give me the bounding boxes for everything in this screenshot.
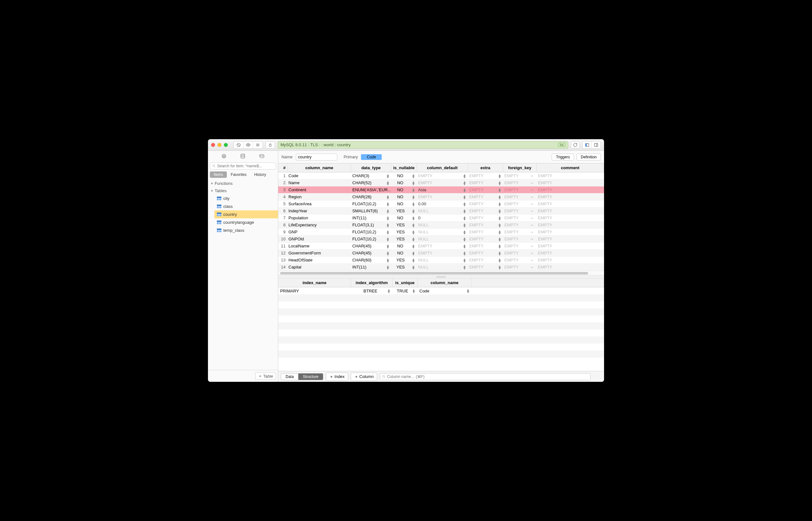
plug-icon[interactable] [221, 153, 227, 160]
stepper-icon[interactable]: ▴▾ [467, 289, 470, 293]
triggers-button[interactable]: Triggers [552, 154, 574, 161]
sidebar-search-input[interactable] [217, 164, 274, 168]
column-row[interactable]: 2NameCHAR(52)▴▾NO▴▾EMPTY▴▾EMPTY▴▾EMPTY→E… [278, 179, 604, 186]
col-header-default[interactable]: column_default [417, 163, 468, 172]
stepper-icon[interactable]: ▴▾ [499, 237, 502, 241]
add-index-button[interactable]: ＋Index [326, 372, 348, 381]
idx-header-name[interactable]: index_name [278, 278, 351, 287]
stepper-icon[interactable]: ▴▾ [387, 265, 390, 269]
stepper-icon[interactable]: ▴▾ [388, 289, 391, 293]
stepper-icon[interactable]: ▴▾ [499, 216, 502, 220]
right-panel-icon[interactable] [592, 141, 600, 149]
column-row[interactable]: 9GNPFLOAT(10,2)▴▾YES▴▾NULL▴▾EMPTY▴▾EMPTY… [278, 229, 604, 235]
stepper-icon[interactable]: ▴▾ [387, 202, 390, 206]
add-column-button[interactable]: ＋Column [351, 372, 377, 381]
stepper-icon[interactable]: ▴▾ [499, 251, 502, 255]
stepper-icon[interactable]: ▴▾ [463, 216, 466, 220]
stepper-icon[interactable]: ▴▾ [463, 181, 466, 185]
column-row[interactable]: 10GNPOldFLOAT(10,2)▴▾YES▴▾NULL▴▾EMPTY▴▾E… [278, 235, 604, 243]
list-icon[interactable] [253, 141, 263, 149]
stepper-icon[interactable]: ▴▾ [412, 223, 415, 227]
col-header-extra[interactable]: extra [468, 163, 503, 172]
stepper-icon[interactable]: ▴▾ [463, 202, 466, 206]
sql-icon[interactable]: SQL [259, 153, 265, 160]
stepper-icon[interactable]: ▴▾ [387, 244, 390, 248]
database-icon[interactable] [240, 153, 246, 160]
stepper-icon[interactable]: ▴▾ [499, 265, 502, 269]
stepper-icon[interactable]: ▴▾ [387, 237, 390, 241]
col-header-type[interactable]: data_type [351, 163, 391, 172]
stepper-icon[interactable]: ▴▾ [412, 216, 415, 220]
stepper-icon[interactable]: ▴▾ [499, 174, 502, 178]
idx-header-col[interactable]: column_name [417, 278, 472, 287]
stepper-icon[interactable]: ▴▾ [463, 237, 466, 241]
stepper-icon[interactable]: ▴▾ [387, 195, 390, 199]
stepper-icon[interactable]: ▴▾ [412, 265, 415, 269]
minimize-window[interactable] [218, 143, 221, 147]
sidebar-table-temp_class[interactable]: temp_class [214, 226, 278, 234]
col-header-null[interactable]: is_nullable [391, 163, 417, 172]
stepper-icon[interactable]: ▴▾ [387, 230, 390, 234]
close-window[interactable] [211, 143, 215, 147]
horizontal-scrollbar[interactable] [278, 271, 604, 275]
column-row[interactable]: 13HeadOfStateCHAR(60)▴▾YES▴▾NULL▴▾EMPTY▴… [278, 257, 604, 264]
primary-key-chip[interactable]: Code [361, 154, 382, 160]
column-row[interactable]: 3ContinentENUM('ASIA','EUR…▴▾NO▴▾Asia▴▾E… [278, 186, 604, 194]
stepper-icon[interactable]: ▴▾ [387, 258, 390, 263]
column-row[interactable]: 7PopulationINT(11)▴▾NO▴▾0▴▾EMPTY▴▾EMPTY→… [278, 214, 604, 222]
stepper-icon[interactable]: ▴▾ [387, 223, 390, 227]
tab-history[interactable]: History [250, 172, 270, 178]
stepper-icon[interactable]: ▴▾ [463, 195, 466, 199]
stepper-icon[interactable]: ▴▾ [412, 237, 415, 241]
column-search[interactable] [380, 373, 591, 380]
idx-header-unique[interactable]: is_unique [393, 278, 417, 287]
stepper-icon[interactable]: ▴▾ [463, 265, 466, 269]
stepper-icon[interactable]: ▴▾ [499, 195, 502, 199]
column-row[interactable]: 1CodeCHAR(3)▴▾NO▴▾EMPTY▴▾EMPTY▴▾EMPTY→EM… [278, 173, 604, 179]
col-header-idx[interactable]: # [278, 163, 288, 172]
stepper-icon[interactable]: ▴▾ [499, 230, 502, 234]
stepper-icon[interactable]: ▴▾ [412, 188, 415, 192]
stepper-icon[interactable]: ▴▾ [412, 244, 415, 248]
stepper-icon[interactable]: ▴▾ [387, 251, 390, 255]
section-functions[interactable]: ▼Functions [208, 180, 278, 187]
column-row[interactable]: 12GovernmentFormCHAR(45)▴▾NO▴▾EMPTY▴▾EMP… [278, 250, 604, 257]
col-header-comment[interactable]: comment [536, 163, 604, 172]
column-row[interactable]: 4RegionCHAR(26)▴▾NO▴▾EMPTY▴▾EMPTY▴▾EMPTY… [278, 194, 604, 201]
definition-button[interactable]: Definition [576, 154, 601, 161]
column-search-input[interactable] [387, 375, 588, 379]
tab-items[interactable]: Items [210, 172, 227, 178]
stepper-icon[interactable]: ▴▾ [412, 195, 415, 199]
zoom-window[interactable] [224, 143, 228, 147]
stepper-icon[interactable]: ▴▾ [463, 251, 466, 255]
col-header-name[interactable]: column_name [288, 163, 351, 172]
stepper-icon[interactable]: ▴▾ [387, 181, 390, 185]
stepper-icon[interactable]: ▴▾ [412, 258, 415, 263]
lock-icon[interactable] [265, 141, 275, 149]
column-row[interactable]: 8LifeExpectancyFLOAT(3,1)▴▾YES▴▾NULL▴▾EM… [278, 222, 604, 229]
stop-icon[interactable] [234, 141, 243, 149]
stepper-icon[interactable]: ▴▾ [413, 289, 416, 293]
idx-header-alg[interactable]: index_algorithm [351, 278, 393, 287]
stepper-icon[interactable]: ▴▾ [463, 230, 466, 234]
stepper-icon[interactable]: ▴▾ [412, 251, 415, 255]
stepper-icon[interactable]: ▴▾ [387, 209, 390, 213]
stepper-icon[interactable]: ▴▾ [463, 209, 466, 213]
stepper-icon[interactable]: ▴▾ [499, 202, 502, 206]
section-tables[interactable]: ▼Tables [208, 187, 278, 195]
splitter[interactable] [278, 275, 604, 278]
index-row[interactable]: PRIMARYBTREE▴▾TRUE▴▾Code▴▾ [278, 287, 604, 294]
stepper-icon[interactable]: ▴▾ [412, 181, 415, 185]
stepper-icon[interactable]: ▴▾ [387, 174, 390, 178]
structure-tab[interactable]: Structure [298, 373, 323, 380]
sidebar-search[interactable] [210, 162, 276, 169]
add-table-button[interactable]: ＋Table [255, 372, 276, 380]
stepper-icon[interactable]: ▴▾ [387, 216, 390, 220]
stepper-icon[interactable]: ▴▾ [499, 181, 502, 185]
column-row[interactable]: 11LocalNameCHAR(45)▴▾NO▴▾EMPTY▴▾EMPTY▴▾E… [278, 243, 604, 250]
stepper-icon[interactable]: ▴▾ [499, 258, 502, 263]
col-header-fk[interactable]: foreign_key [503, 163, 536, 172]
sidebar-table-class[interactable]: class [214, 202, 278, 210]
stepper-icon[interactable]: ▴▾ [463, 223, 466, 227]
stepper-icon[interactable]: ▴▾ [463, 258, 466, 263]
